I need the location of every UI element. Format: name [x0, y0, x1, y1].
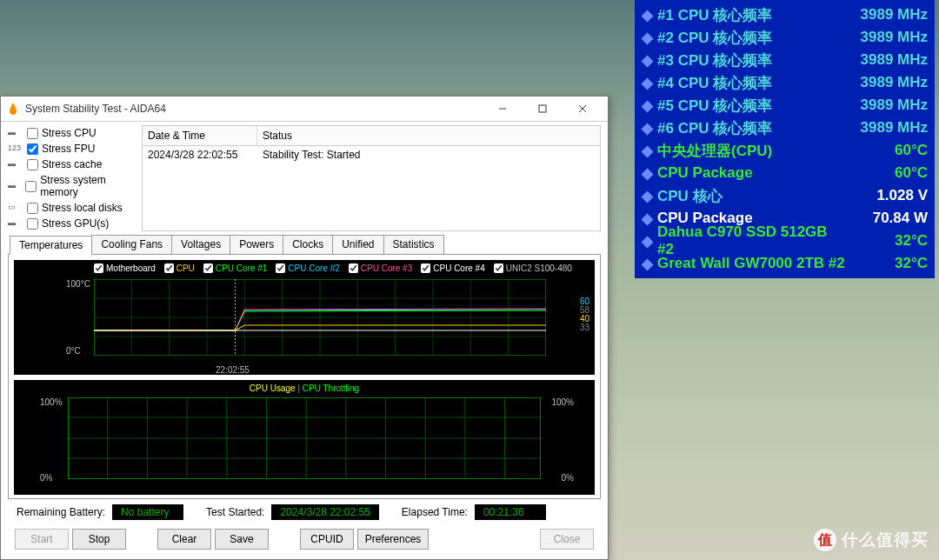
elapsed-value: 00:21:36 [475, 504, 546, 520]
osd-label: 中央处理器(CPU) [657, 141, 845, 161]
component-icon: ▭ [8, 203, 23, 213]
log-cell-status: Stability Test: Started [257, 146, 366, 163]
osd-value: 32°C [845, 255, 928, 272]
temperature-chart: MotherboardCPUCPU Core #1CPU Core #2CPU … [14, 260, 595, 375]
tab-powers[interactable]: Powers [230, 235, 283, 254]
temp-time-marker: 22:02:55 [216, 365, 250, 375]
component-icon: ▬ [8, 181, 22, 191]
stress-options: ▬ Stress CPU123 Stress FPU▬ Stress cache… [8, 125, 137, 231]
osd-row: ◆ #1 CPU 核心频率 3989 MHz [642, 3, 928, 26]
battery-label: Remaining Battery: [17, 506, 105, 518]
osd-value: 3989 MHz [845, 6, 928, 23]
stress-option[interactable]: ▭ Stress local disks [8, 200, 137, 216]
stress-label: Stress CPU [42, 127, 97, 139]
app-icon [6, 102, 20, 116]
stress-checkbox[interactable] [27, 203, 38, 214]
cpu-y-top: 100% [40, 397, 63, 407]
tab-bar: TemperaturesCooling FansVoltagesPowersCl… [8, 235, 601, 255]
clear-button[interactable]: Clear [157, 529, 211, 550]
osd-row: ◆ CPU 核心 1.028 V [642, 184, 928, 207]
close-button[interactable] [563, 97, 603, 121]
stress-option[interactable]: ▬ Stress GPU(s) [8, 216, 137, 231]
tab-clocks[interactable]: Clocks [283, 235, 333, 254]
osd-value: 60°C [845, 164, 928, 182]
osd-row: ◆ CPU Package 60°C [642, 162, 928, 184]
legend-checkbox[interactable] [203, 263, 213, 273]
stress-label: Stress system memory [40, 174, 137, 198]
legend-checkbox[interactable] [94, 263, 103, 273]
bullet-icon: ◆ [642, 164, 657, 183]
watermark: 值 什么值得买 [814, 529, 929, 551]
component-icon: ▬ [8, 128, 23, 138]
bullet-icon: ◆ [642, 232, 657, 250]
legend-item[interactable]: CPU Core #4 [421, 263, 484, 273]
close-dialog-button[interactable]: Close [540, 529, 594, 550]
legend-item[interactable]: CPU Core #2 [276, 263, 339, 273]
tab-statistics[interactable]: Statistics [383, 235, 444, 254]
maximize-button[interactable] [523, 97, 563, 121]
stress-checkbox[interactable] [27, 143, 38, 155]
component-icon: ▬ [8, 159, 23, 170]
stress-option[interactable]: ▬ Stress CPU [8, 125, 137, 141]
stress-checkbox[interactable] [27, 128, 38, 139]
stress-checkbox[interactable] [27, 218, 38, 230]
stop-button[interactable]: Stop [72, 529, 126, 550]
preferences-button[interactable]: Preferences [357, 529, 429, 550]
temperature-legend: MotherboardCPUCPU Core #1CPU Core #2CPU … [94, 263, 589, 273]
osd-value: 70.84 W [845, 210, 928, 227]
legend-item[interactable]: CPU [164, 263, 195, 273]
tab-cooling-fans[interactable]: Cooling Fans [91, 235, 172, 254]
status-row: Remaining Battery: No battery Test Start… [8, 499, 601, 525]
watermark-text: 什么值得买 [842, 529, 929, 551]
elapsed-label: Elapsed Time: [402, 506, 468, 518]
legend-item[interactable]: Motherboard [94, 263, 156, 273]
stress-checkbox[interactable] [27, 159, 38, 170]
tab-unified[interactable]: Unified [332, 235, 383, 254]
legend-item[interactable]: UNIC2 S100-480 [494, 263, 572, 273]
osd-row: ◆ Great Wall GW7000 2TB #2 32°C [642, 252, 928, 275]
osd-value: 3989 MHz [845, 74, 928, 91]
stress-option[interactable]: 123 Stress FPU [8, 141, 137, 157]
osd-row: ◆ Dahua C970 SSD 512GB #2 32°C [642, 230, 928, 252]
start-button[interactable]: Start [15, 529, 69, 550]
osd-row: ◆ 中央处理器(CPU) 60°C [642, 139, 928, 162]
minimize-button[interactable] [483, 97, 523, 121]
bullet-icon: ◆ [642, 210, 657, 228]
osd-label: Dahua C970 SSD 512GB #2 [657, 223, 845, 258]
bullet-icon: ◆ [642, 97, 657, 115]
osd-row: ◆ #2 CPU 核心频率 3989 MHz [642, 26, 928, 49]
osd-row: ◆ #6 CPU 核心频率 3989 MHz [642, 117, 928, 139]
watermark-icon: 值 [814, 529, 836, 551]
bullet-icon: ◆ [642, 255, 657, 273]
stress-option[interactable]: ▬ Stress cache [8, 157, 137, 172]
legend-checkbox[interactable] [421, 263, 430, 273]
stress-checkbox[interactable] [25, 181, 37, 192]
log-row[interactable]: 2024/3/28 22:02:55Stability Test: Starte… [143, 146, 600, 163]
legend-checkbox[interactable] [349, 263, 358, 273]
legend-checkbox[interactable] [276, 263, 285, 273]
temp-y-bot: 0°C [66, 346, 81, 356]
osd-value: 1.028 V [845, 187, 928, 204]
save-button[interactable]: Save [215, 529, 269, 550]
legend-label: CPU [176, 263, 195, 273]
tab-temperatures[interactable]: Temperatures [10, 236, 92, 255]
legend-checkbox[interactable] [164, 263, 174, 273]
started-label: Test Started: [206, 506, 264, 518]
tab-voltages[interactable]: Voltages [171, 235, 230, 254]
bullet-icon: ◆ [642, 51, 657, 70]
cpu-legend-sep: | [297, 383, 300, 393]
osd-label: #6 CPU 核心频率 [657, 118, 845, 138]
stress-option[interactable]: ▬ Stress system memory [8, 172, 137, 200]
osd-value: 3989 MHz [845, 51, 928, 69]
legend-item[interactable]: CPU Core #3 [349, 263, 412, 273]
log-header-datetime[interactable]: Date & Time [143, 126, 257, 145]
titlebar[interactable]: System Stability Test - AIDA64 [1, 97, 608, 122]
bullet-icon: ◆ [642, 187, 657, 205]
osd-value: 32°C [845, 232, 928, 250]
legend-checkbox[interactable] [494, 263, 503, 273]
legend-item[interactable]: CPU Core #1 [203, 263, 267, 273]
bullet-icon: ◆ [642, 142, 657, 160]
log-table: Date & Time Status 2024/3/28 22:02:55Sta… [142, 125, 601, 231]
log-header-status[interactable]: Status [257, 126, 600, 145]
cpuid-button[interactable]: CPUID [300, 529, 354, 550]
